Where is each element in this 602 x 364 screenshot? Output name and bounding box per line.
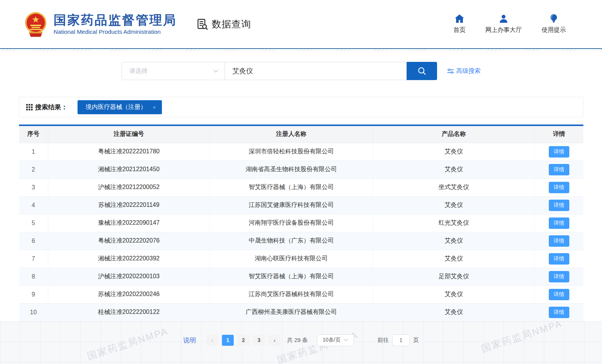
cert-number-cell: 沪械注准20212200052 <box>48 178 210 196</box>
detail-button[interactable]: 详情 <box>549 289 569 300</box>
page-button-1[interactable]: 1 <box>222 335 234 346</box>
grid-icon <box>26 104 33 110</box>
detail-button[interactable]: 详情 <box>549 164 569 175</box>
note-link[interactable]: 说明 <box>183 336 196 345</box>
table-row: 6 粤械注准20222202076 中晟生物科技（广东）有限公司 艾灸仪 详情 <box>19 232 583 250</box>
cert-number-cell: 沪械注准20202200103 <box>48 268 210 285</box>
nav-item-service-hall[interactable]: 网上办事大厅 <box>485 14 522 34</box>
registrant-cell: 江苏国艾健康医疗科技有限公司 <box>210 196 373 214</box>
cert-number-cell: 豫械注准20222090147 <box>48 214 210 232</box>
detail-button[interactable]: 详情 <box>549 271 569 282</box>
page-button-3[interactable]: 3 <box>253 335 265 346</box>
table-row: 9 苏械注准20202200246 江苏尚艾医疗器械科技有限公司 艾灸仪 详情 <box>19 285 583 303</box>
detail-button[interactable]: 详情 <box>549 146 569 158</box>
user-icon <box>499 14 509 23</box>
chevron-down-icon <box>344 339 348 342</box>
category-select[interactable]: 请选择 <box>122 62 225 80</box>
detail-button[interactable]: 详情 <box>549 235 569 247</box>
row-number: 4 <box>19 196 48 214</box>
total-count: 共 29 条 <box>287 337 308 344</box>
category-placeholder: 请选择 <box>130 67 213 75</box>
cert-number-cell: 桂械注准20222200122 <box>48 303 210 321</box>
table-row: 10 桂械注准20222200122 广西柳州圣美康医疗器械有限公司 艾灸仪 详… <box>19 303 583 321</box>
registrant-cell: 湖南心联医疗科技有限公司 <box>210 250 373 268</box>
close-icon[interactable]: × <box>153 104 156 110</box>
watermark: 国家药监局NMPA <box>86 325 170 362</box>
watermark: 国家药监局NMPA <box>276 328 360 364</box>
detail-button[interactable]: 详情 <box>549 307 569 318</box>
col-header-cert-no: 注册证编号 <box>48 126 210 143</box>
header-divider-hatch <box>0 49 602 52</box>
row-number: 6 <box>19 232 48 250</box>
nav-label: 使用提示 <box>542 26 566 34</box>
results-table: 序号 注册证编号 注册人名称 产品名称 详情 1 粤械注准20222201780… <box>19 124 583 321</box>
col-header-product: 产品名称 <box>373 126 535 143</box>
prev-page-button[interactable]: ‹ <box>206 335 218 346</box>
footer: 国家药监局NMPA 国家药监局NMPA 国家药监局NMPA 说明 ‹ 1 2 3… <box>0 321 602 364</box>
cert-number-cell: 苏械注准20202200246 <box>48 285 210 303</box>
product-name-cell: 足部艾灸仪 <box>373 268 535 285</box>
registrant-cell: 智艾医疗器械（上海）有限公司 <box>210 268 373 285</box>
advanced-search-link[interactable]: 高级搜索 <box>447 67 481 75</box>
detail-cell: 详情 <box>535 161 583 178</box>
detail-button[interactable]: 详情 <box>549 200 569 211</box>
watermark: 国家药监局NMPA <box>480 321 564 355</box>
page-size-value: 10条/页 <box>323 337 341 344</box>
detail-button[interactable]: 详情 <box>549 182 569 193</box>
lightbulb-icon <box>550 14 558 23</box>
cert-number-cell: 粤械注准20222201780 <box>48 143 210 161</box>
detail-cell: 详情 <box>535 285 583 303</box>
detail-cell: 详情 <box>535 214 583 232</box>
home-icon <box>455 14 464 23</box>
search-button[interactable] <box>407 62 437 80</box>
row-number: 5 <box>19 214 48 232</box>
next-page-button[interactable]: › <box>269 335 280 346</box>
goto-page-input[interactable] <box>392 334 410 346</box>
registrant-cell: 江苏尚艾医疗器械科技有限公司 <box>210 285 373 303</box>
top-nav: 首页 网上办事大厅 使用提示 <box>453 14 566 34</box>
registrant-cell: 河南翔宇医疗设备股份有限公司 <box>210 214 373 232</box>
nmpa-logo: 国家药品监督管理局 National Medical Products Admi… <box>24 11 177 38</box>
advanced-search-label: 高级搜索 <box>456 67 481 75</box>
product-name-cell: 艾灸仪 <box>373 250 535 268</box>
registrant-cell: 湖南省高圣生物科技股份有限公司 <box>210 161 373 178</box>
row-number: 1 <box>19 143 48 161</box>
detail-cell: 详情 <box>535 303 583 321</box>
nav-item-usage-tips[interactable]: 使用提示 <box>542 14 566 34</box>
row-number: 10 <box>19 303 48 321</box>
detail-cell: 详情 <box>535 143 583 161</box>
page-size-select[interactable]: 10条/页 <box>317 334 354 346</box>
nav-item-home[interactable]: 首页 <box>453 14 466 34</box>
results-bar: 搜索结果： 境内医疗器械（注册） × <box>19 97 583 117</box>
product-name-cell: 艾灸仪 <box>373 196 535 214</box>
pagination: 说明 ‹ 1 2 3 › 共 29 条 10条/页 前往 页 <box>183 334 419 346</box>
cert-number-cell: 湘械注准20212201450 <box>48 161 210 178</box>
row-number: 2 <box>19 161 48 178</box>
cert-number-cell: 苏械注准20222201149 <box>48 196 210 214</box>
search-input[interactable] <box>225 62 407 80</box>
detail-button[interactable]: 详情 <box>549 217 569 229</box>
document-search-icon <box>196 18 209 30</box>
nav-label: 网上办事大厅 <box>485 26 522 34</box>
col-header-detail: 详情 <box>535 126 583 143</box>
results-label: 搜索结果： <box>35 103 68 112</box>
page-title: 数据查询 <box>196 18 251 30</box>
registrant-cell: 中晟生物科技（广东）有限公司 <box>210 232 373 250</box>
page-button-2[interactable]: 2 <box>238 335 249 346</box>
table-row: 7 湘械注准20222200392 湖南心联医疗科技有限公司 艾灸仪 详情 <box>19 250 583 268</box>
goto-suffix: 页 <box>413 337 419 344</box>
product-name-cell: 艾灸仪 <box>373 161 535 178</box>
nav-label: 首页 <box>453 26 466 34</box>
detail-cell: 详情 <box>535 250 583 268</box>
product-name-cell: 艾灸仪 <box>373 232 535 250</box>
magnifier-icon <box>417 66 426 76</box>
cert-number-cell: 粤械注准20222202076 <box>48 232 210 250</box>
filter-tag-label: 境内医疗器械（注册） <box>86 103 147 111</box>
org-name-cn: 国家药品监督管理局 <box>54 13 177 27</box>
registrant-cell: 广西柳州圣美康医疗器械有限公司 <box>210 303 373 321</box>
table-row: 2 湘械注准20212201450 湖南省高圣生物科技股份有限公司 艾灸仪 详情 <box>19 161 583 178</box>
detail-button[interactable]: 详情 <box>549 253 569 265</box>
filter-tag-domestic-devices[interactable]: 境内医疗器械（注册） × <box>78 100 162 114</box>
row-number: 9 <box>19 285 48 303</box>
table-row: 5 豫械注准20222090147 河南翔宇医疗设备股份有限公司 红光艾灸仪 详… <box>19 214 583 232</box>
